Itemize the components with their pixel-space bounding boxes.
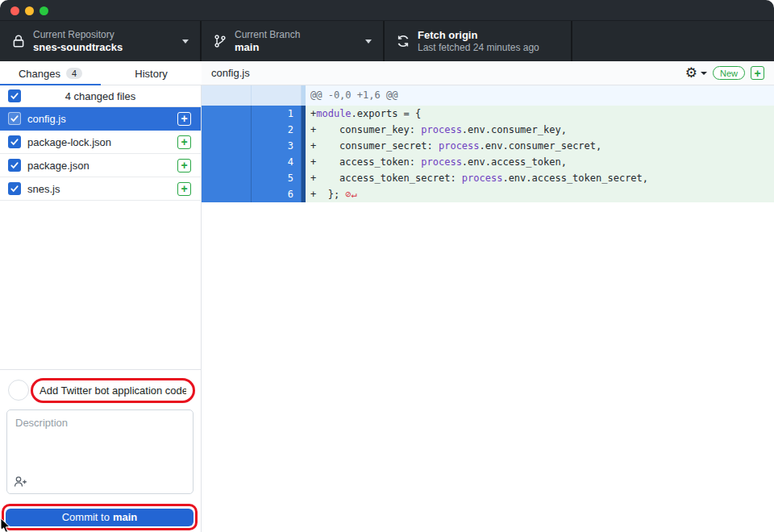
code-segment: process <box>421 124 462 135</box>
chevron-down-icon <box>365 39 372 44</box>
diff-line[interactable]: 2+ consumer_key: process.env.consumer_ke… <box>202 122 774 138</box>
diff-gutter-old[interactable] <box>202 170 252 186</box>
files-header-row: 4 changed files <box>0 85 201 107</box>
file-row[interactable]: package.json+ <box>0 154 201 177</box>
tab-row: Changes 4 History config.js ⚙ New + <box>0 61 774 85</box>
code-segment: process <box>462 172 503 184</box>
file-checkbox[interactable] <box>8 112 21 125</box>
diff-line[interactable]: 3+ consumer_secret: process.env.consumer… <box>202 138 774 154</box>
annotation-highlight-commit-button: Commit to main <box>2 504 198 530</box>
diff-file-header: config.js ⚙ New + <box>202 61 774 85</box>
current-branch-label: Current Branch <box>235 29 300 41</box>
current-branch-value: main <box>235 41 300 54</box>
current-branch-dropdown[interactable]: Current Branch main <box>202 21 385 61</box>
diff-gutter-new[interactable]: 4 <box>252 154 302 170</box>
file-plus-icon[interactable]: + <box>177 112 191 126</box>
diff-code-text: + access_token: process.env.access_token… <box>306 154 774 170</box>
annotation-highlight-summary <box>31 378 195 403</box>
commit-button-prefix: Commit to <box>62 511 110 523</box>
file-checkbox[interactable] <box>8 159 21 172</box>
code-segment: + }; <box>310 189 345 200</box>
lock-icon <box>11 34 26 48</box>
hunk-gutter-old <box>202 85 252 106</box>
file-name: package.json <box>27 160 177 172</box>
diff-gutter-old[interactable] <box>202 186 252 202</box>
tab-history-label: History <box>135 68 167 80</box>
chevron-down-icon <box>182 39 189 44</box>
sync-icon <box>396 34 410 48</box>
diff-code-text: + consumer_secret: process.env.consumer_… <box>306 138 774 154</box>
code-segment: .exports = { <box>352 108 422 119</box>
commit-button[interactable]: Commit to main <box>6 509 194 526</box>
fetch-origin-button[interactable]: Fetch origin Last fetched 24 minutes ago <box>385 21 572 61</box>
code-segment: .env.access_token, <box>462 156 567 168</box>
file-row[interactable]: package-lock.json+ <box>0 131 201 154</box>
add-coauthor-icon[interactable] <box>14 476 27 488</box>
select-all-checkbox[interactable] <box>8 89 21 102</box>
code-segment: module <box>316 108 351 119</box>
app-window: Current Repository snes-soundtracks Curr… <box>0 0 774 532</box>
code-segment: ↵ <box>352 189 357 200</box>
diff-options-button[interactable]: ⚙ <box>685 66 707 80</box>
diff-gutter-old[interactable] <box>202 138 252 154</box>
file-plus-icon[interactable]: + <box>177 135 191 149</box>
file-checkbox[interactable] <box>8 135 21 148</box>
minimize-window-button[interactable] <box>25 6 34 15</box>
zoom-window-button[interactable] <box>40 6 48 15</box>
code-segment: .env.consumer_secret, <box>480 140 602 152</box>
hunk-gutter-new <box>252 85 302 106</box>
file-plus-icon[interactable]: + <box>177 159 191 172</box>
code-segment: + access_token: <box>310 156 421 168</box>
code-segment: + consumer_secret: <box>310 140 439 152</box>
current-repository-value: snes-soundtracks <box>33 41 123 54</box>
diff-line[interactable]: 6+ }; ⊘↵ <box>202 186 774 202</box>
close-window-button[interactable] <box>10 6 19 15</box>
file-checkbox[interactable] <box>8 182 21 195</box>
check-icon <box>10 185 19 193</box>
changed-files-count: 4 changed files <box>0 90 201 102</box>
diff-line[interactable]: 1+module.exports = { <box>202 106 774 122</box>
commit-description-box <box>6 409 194 494</box>
tab-history[interactable]: History <box>101 61 202 85</box>
diff-gutter-new[interactable]: 5 <box>252 170 302 186</box>
code-segment: process <box>439 140 480 152</box>
mouse-cursor <box>0 518 14 532</box>
check-icon <box>10 161 19 169</box>
diff-gutter-old[interactable] <box>202 106 252 122</box>
hunk-header-row: @@ -0,0 +1,6 @@ <box>202 85 774 106</box>
git-branch-icon <box>213 34 227 48</box>
expand-diff-plus-icon[interactable]: + <box>751 66 764 80</box>
chevron-down-icon <box>701 72 707 75</box>
diff-file-name: config.js <box>211 67 250 79</box>
diff-code-text: + access_token_secret: process.env.acces… <box>306 170 774 186</box>
current-repository-dropdown[interactable]: Current Repository snes-soundtracks <box>0 21 202 61</box>
file-name: config.js <box>27 113 177 125</box>
diff-gutter-old[interactable] <box>202 122 252 138</box>
file-row[interactable]: config.js+ <box>0 107 201 131</box>
toolbar: Current Repository snes-soundtracks Curr… <box>0 21 774 61</box>
commit-description-input[interactable] <box>7 410 193 493</box>
fetch-origin-sublabel: Last fetched 24 minutes ago <box>418 42 539 54</box>
diff-gutter-new[interactable]: 1 <box>252 106 302 122</box>
diff-gutter-old[interactable] <box>202 154 252 170</box>
diff-gutter-new[interactable]: 3 <box>252 138 302 154</box>
tab-changes-label: Changes <box>19 68 60 80</box>
code-segment: ⊘ <box>345 189 351 200</box>
commit-button-branch: main <box>113 511 137 523</box>
diff-gutter-new[interactable]: 6 <box>252 186 302 202</box>
check-icon <box>10 114 19 123</box>
tab-changes[interactable]: Changes 4 <box>0 61 101 85</box>
diff-view: @@ -0,0 +1,6 @@ 1+module.exports = {2+ c… <box>202 85 774 532</box>
diff-gutter-new[interactable]: 2 <box>252 122 302 138</box>
commit-summary-input[interactable] <box>40 384 186 397</box>
diff-code-text: +module.exports = { <box>306 106 774 122</box>
file-plus-icon[interactable]: + <box>177 182 191 196</box>
code-segment: .env.access_token_secret, <box>502 172 648 184</box>
diff-code-text: + }; ⊘↵ <box>306 186 774 202</box>
diff-line[interactable]: 5+ access_token_secret: process.env.acce… <box>202 170 774 186</box>
diff-line[interactable]: 4+ access_token: process.env.access_toke… <box>202 154 774 170</box>
commit-panel: Commit to main <box>0 369 202 532</box>
code-segment: + access_token_secret: <box>310 172 462 184</box>
file-row[interactable]: snes.js+ <box>0 177 201 201</box>
sidebar-tabs: Changes 4 History <box>0 61 202 85</box>
